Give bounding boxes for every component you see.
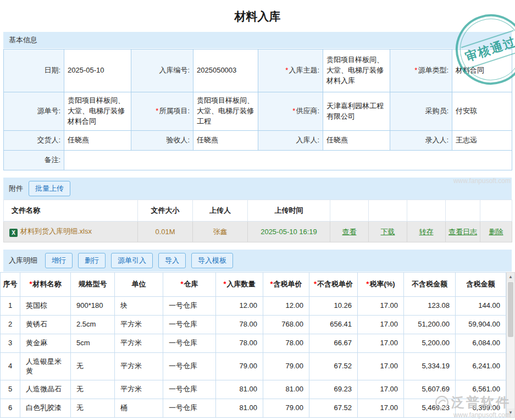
cell-material: 人造银星米黄 xyxy=(20,352,71,380)
attachments-header: 附件 批量上传 xyxy=(3,178,512,200)
cell-index: 3 xyxy=(1,334,20,352)
add-row-button[interactable]: 增行 xyxy=(45,253,73,268)
subject-value: 贵阳项目样板间、大堂、电梯厅装修材料入库 xyxy=(323,49,390,92)
basic-info-title: 基本信息 xyxy=(9,35,37,45)
basic-row: 备注: xyxy=(4,151,512,170)
cell-price-excl-tax: 67.52 xyxy=(309,352,358,380)
cell-amount-excl-tax: 123.08 xyxy=(404,297,456,316)
delete-link[interactable]: 删除 xyxy=(489,228,503,236)
batch-upload-button[interactable]: 批量上传 xyxy=(29,181,70,196)
page-title: 材料入库 xyxy=(235,9,281,24)
purchaser-value: 付安琼 xyxy=(452,92,512,131)
cell-qty: 79.00 xyxy=(216,352,263,380)
detail-col-unit: 单位 xyxy=(115,273,163,297)
cell-material: 白色乳胶漆 xyxy=(20,399,71,418)
cell-price-incl-tax: 12.00 xyxy=(263,297,309,316)
detail-row: 5人造微晶石无平方米一号仓库81.0081.0069.2317.005,607.… xyxy=(1,380,506,399)
basic-row: 源单号: 贵阳项目样板间、大堂、电梯厅装修材料合同 *所属项目: 贵阳项目样板间… xyxy=(4,92,512,131)
import-button[interactable]: 导入 xyxy=(158,253,186,268)
title-bar: 材料入库 xyxy=(0,0,515,32)
deliverer-value: 任晓燕 xyxy=(64,131,131,151)
detail-col-price-excl-tax: *不含税单价 xyxy=(309,273,358,297)
cell-qty: 81.00 xyxy=(216,399,263,418)
cell-spec: 无 xyxy=(71,380,115,399)
cell-tax-rate: 17.00 xyxy=(358,315,404,334)
detail-col-qty: *入库数量 xyxy=(216,273,263,297)
detail-col-tax-rate: *税率(%) xyxy=(358,273,404,297)
subject-label: *入库主题: xyxy=(258,49,323,92)
cell-material: 黄锈石 xyxy=(20,315,71,334)
col-action xyxy=(407,200,446,222)
basic-row: 日期: 2025-05-10 入库编号: 2025050003 *入库主题: 贵… xyxy=(4,49,512,92)
remark-label: 备注: xyxy=(4,151,64,170)
detail-col-price-incl-tax: *含税单价 xyxy=(263,273,309,297)
basic-info-section: 基本信息 日期: 2025-05-10 入库编号: 2025050003 *入库… xyxy=(3,32,512,170)
col-file-name: 文件名称 xyxy=(4,200,138,222)
remark-value xyxy=(64,151,512,170)
source-type-value: 材料合同 xyxy=(452,49,512,92)
scrollbar-thumb[interactable] xyxy=(508,282,513,337)
cell-amount-excl-tax: 5,200.00 xyxy=(404,334,456,352)
detail-col-index: 序号 xyxy=(1,273,20,297)
cell-qty: 12.00 xyxy=(216,297,263,316)
cell-warehouse: 一号仓库 xyxy=(163,297,216,316)
cell-index: 2 xyxy=(1,315,20,334)
detail-row: 6白色乳胶漆无桶一号仓库81.0079.0067.5217.005,469.23… xyxy=(1,399,506,418)
cell-tax-rate: 17.00 xyxy=(358,399,404,418)
cell-price-excl-tax: 67.52 xyxy=(309,399,358,418)
basic-info-table: 日期: 2025-05-10 入库编号: 2025050003 *入库主题: 贵… xyxy=(3,49,512,170)
source-type-label: *源单类型: xyxy=(390,49,452,92)
date-value: 2025-05-10 xyxy=(64,49,131,92)
detail-table: 序号*材料名称规格型号单位*仓库*入库数量*含税单价*不含税单价*税率(%)不含… xyxy=(0,272,506,418)
cell-spec: 无 xyxy=(71,352,115,380)
cell-unit: 块 xyxy=(115,297,163,316)
cell-tax-rate: 17.00 xyxy=(358,380,404,399)
detail-toolbar: 入库明细 增行 删行 源单引入 导入 导入模板 xyxy=(3,250,512,272)
excel-icon: X xyxy=(9,229,18,237)
download-link[interactable]: 下载 xyxy=(381,228,395,236)
warehouser-value: 任晓燕 xyxy=(323,131,390,151)
source-import-button[interactable]: 源单引入 xyxy=(111,253,153,268)
project-label: *所属项目: xyxy=(131,92,193,131)
save-as-link[interactable]: 转存 xyxy=(419,228,434,236)
import-template-button[interactable]: 导入模板 xyxy=(191,253,233,268)
action-cell: 查看 xyxy=(330,222,369,242)
vertical-scrollbar[interactable]: ▲ ▼ xyxy=(506,272,515,418)
cell-warehouse: 一号仓库 xyxy=(163,399,216,418)
cell-unit: 平方米 xyxy=(115,334,163,352)
view-link[interactable]: 查看 xyxy=(342,228,357,236)
cell-amount-excl-tax: 5,607.69 xyxy=(404,380,456,399)
basic-row: 交货人: 任晓燕 验收人: 任晓燕 入库人: 任晓燕 录入人: 王志远 xyxy=(4,131,512,151)
detail-row: 4人造银星米黄无平方米一号仓库79.0079.0067.5217.005,334… xyxy=(1,352,506,380)
attachments-section: 附件 批量上传 文件名称 文件大小 上传人 上传时间 X材料到货入库明细.xls… xyxy=(3,178,512,242)
col-upload-time: 上传时间 xyxy=(248,200,330,222)
detail-row: 2黄锈石2.5cm平方米一号仓库78.00768.00656.4117.0051… xyxy=(1,315,506,334)
detail-col-amount-incl-tax: 含税金额 xyxy=(456,273,506,297)
cell-qty: 78.00 xyxy=(216,315,263,334)
cell-unit: 平方米 xyxy=(115,380,163,399)
scroll-up-arrow[interactable]: ▲ xyxy=(507,273,514,281)
scroll-down-arrow[interactable]: ▼ xyxy=(507,408,514,417)
detail-col-spec: 规格型号 xyxy=(71,273,115,297)
detail-title: 入库明细 xyxy=(9,256,37,266)
col-file-size: 文件大小 xyxy=(138,200,193,222)
action-cell: 删除 xyxy=(480,222,512,242)
basic-info-header: 基本信息 xyxy=(3,32,512,48)
cell-warehouse: 一号仓库 xyxy=(163,315,216,334)
attachments-title: 附件 xyxy=(9,184,23,194)
file-name-link[interactable]: 材料到货入库明细.xlsx xyxy=(20,227,92,235)
recorder-value: 王志远 xyxy=(452,131,512,151)
delete-row-button[interactable]: 删行 xyxy=(78,253,106,268)
cell-price-incl-tax: 81.00 xyxy=(263,380,309,399)
detail-header-row: 序号*材料名称规格型号单位*仓库*入库数量*含税单价*不含税单价*税率(%)不含… xyxy=(1,273,506,297)
detail-table-wrap: 序号*材料名称规格型号单位*仓库*入库数量*含税单价*不含税单价*税率(%)不含… xyxy=(0,272,515,418)
view-log-link[interactable]: 查看日志 xyxy=(448,228,477,236)
date-label: 日期: xyxy=(4,49,64,92)
cell-unit: 平方米 xyxy=(115,315,163,334)
purchaser-label: 采购员: xyxy=(390,92,452,131)
detail-table-body: 1英国棕900*180块一号仓库12.0012.0010.2617.00123.… xyxy=(1,297,506,418)
cell-price-excl-tax: 10.26 xyxy=(309,297,358,316)
attachments-table: 文件名称 文件大小 上传人 上传时间 X材料到货入库明细.xlsx 0.01M … xyxy=(3,200,512,242)
col-action xyxy=(480,200,512,222)
col-action xyxy=(330,200,369,222)
